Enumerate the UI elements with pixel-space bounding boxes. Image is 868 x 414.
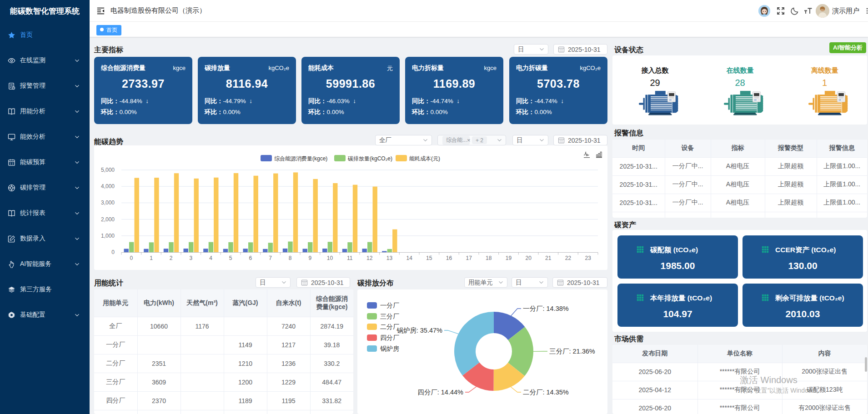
svg-text:14: 14 [406, 255, 413, 261]
svg-text:能耗成本(元): 能耗成本(元) [409, 155, 440, 162]
svg-text:5: 5 [229, 255, 232, 261]
svg-text:18: 18 [486, 255, 492, 261]
svg-text:二分厂: 14.35%: 二分厂: 14.35% [523, 389, 569, 396]
svg-text:一分厂: 一分厂 [380, 302, 399, 309]
svg-text:15: 15 [426, 255, 432, 261]
svg-text:11: 11 [347, 255, 353, 261]
svg-text:5,000: 5,000 [101, 167, 115, 173]
svg-text:四分厂: 14.44%: 四分厂: 14.44% [417, 389, 463, 396]
svg-text:1,000: 1,000 [101, 233, 115, 239]
svg-text:13: 13 [386, 255, 393, 261]
svg-text:三分厂: 三分厂 [380, 313, 399, 320]
svg-text:综合能源消费量(kgce): 综合能源消费量(kgce) [274, 155, 327, 162]
svg-text:17: 17 [466, 255, 472, 261]
svg-text:2,000: 2,000 [101, 216, 115, 223]
svg-text:四分厂: 四分厂 [380, 334, 399, 341]
svg-text:9: 9 [308, 255, 311, 261]
svg-text:23: 23 [585, 255, 592, 261]
svg-text:10: 10 [327, 255, 333, 261]
svg-text:16: 16 [446, 255, 452, 261]
svg-text:0: 0 [111, 249, 115, 255]
svg-text:21: 21 [545, 255, 552, 261]
svg-text:4,000: 4,000 [101, 183, 115, 190]
svg-text:22: 22 [565, 255, 572, 261]
svg-text:2: 2 [170, 255, 173, 261]
svg-text:锅炉房: 35.47%: 锅炉房: 35.47% [396, 327, 442, 334]
svg-text:0: 0 [130, 255, 133, 261]
svg-text:20: 20 [526, 255, 532, 261]
svg-text:1: 1 [150, 255, 153, 261]
svg-text:三分厂: 21.36%: 三分厂: 21.36% [549, 348, 595, 355]
svg-text:7: 7 [269, 255, 272, 261]
svg-text:锅炉房: 锅炉房 [380, 345, 399, 352]
svg-text:3: 3 [189, 255, 192, 261]
svg-text:12: 12 [366, 255, 373, 261]
svg-text:3,000: 3,000 [101, 200, 115, 206]
svg-text:6: 6 [249, 255, 252, 261]
svg-text:8: 8 [289, 255, 292, 261]
svg-text:碳排放量(kgCO₂e): 碳排放量(kgCO₂e) [347, 155, 392, 162]
svg-text:一分厂: 14.38%: 一分厂: 14.38% [523, 305, 569, 312]
svg-text:4: 4 [209, 255, 212, 261]
svg-text:19: 19 [506, 255, 512, 261]
